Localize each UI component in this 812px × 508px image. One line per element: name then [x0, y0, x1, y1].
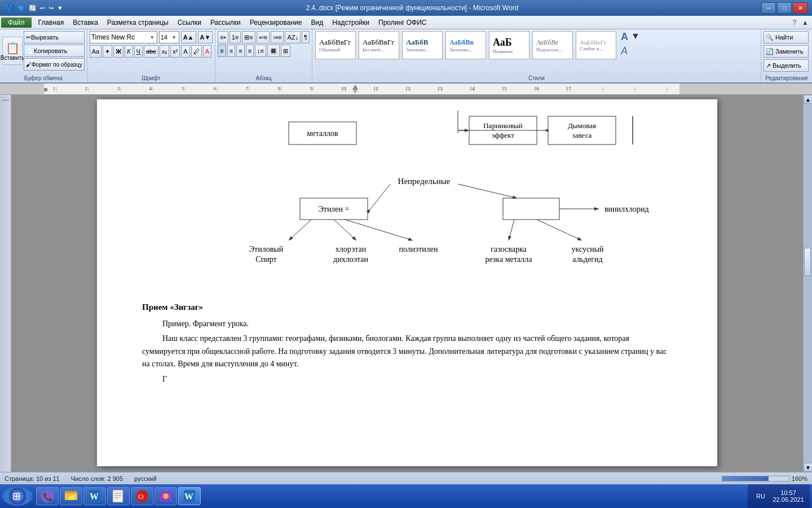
taskbar-viber[interactable]: 📞: [36, 487, 59, 505]
align-left-button[interactable]: ≡: [218, 45, 226, 57]
numbering-button[interactable]: 1≡: [230, 31, 241, 43]
sort-button[interactable]: AZ↓: [285, 31, 301, 43]
big-a-style[interactable]: A: [621, 31, 628, 43]
para1: Пример. Фрагмент урока.: [142, 318, 672, 330]
bold-button[interactable]: Ж: [113, 45, 123, 58]
para2: Наш класс представлен 3 группами: геогра…: [142, 332, 672, 370]
style-subtitle[interactable]: АаБбВе Подзаголо...: [532, 31, 573, 59]
taskbar-photo[interactable]: [155, 487, 177, 505]
style-nospace[interactable]: АаБбВвГг Без инте...: [359, 31, 399, 59]
svg-point-97: [163, 493, 169, 499]
diagram1-container: металлов Парниковый эффект Дымовая: [142, 105, 672, 161]
menu-page-layout[interactable]: Разметка страницы: [103, 17, 173, 28]
svg-text:O: O: [138, 492, 143, 501]
start-button[interactable]: ⊞: [2, 487, 33, 506]
select-button[interactable]: ↗ Выделить: [764, 59, 809, 72]
menu-review[interactable]: Рецензирование: [245, 17, 307, 28]
menu-addins[interactable]: Надстройки: [328, 17, 374, 28]
maximize-button[interactable]: □: [777, 2, 792, 14]
menu-proling[interactable]: Пролинг ОФИС: [374, 17, 431, 28]
subscript-button[interactable]: x₂: [160, 45, 170, 58]
taskbar: ⊞ 📞 📁 W O: [0, 484, 812, 508]
increase-font-button[interactable]: A▲: [181, 31, 196, 43]
align-center-button[interactable]: ≡: [227, 45, 235, 57]
menu-file[interactable]: Файл: [1, 17, 32, 28]
menu-home[interactable]: Главная: [34, 17, 69, 28]
taskbar-notepad[interactable]: [107, 487, 130, 505]
italic-button[interactable]: К: [125, 45, 133, 58]
ribbon-collapse-icon[interactable]: ▲: [800, 19, 811, 27]
vertical-scrollbar[interactable]: ▲ ▼: [803, 95, 812, 472]
replace-button[interactable]: 🔄 Заменить: [764, 45, 809, 58]
line-spacing-button[interactable]: ↕≡: [255, 45, 266, 57]
superscript-button[interactable]: x²: [170, 45, 180, 58]
styles-dropdown-button[interactable]: ▼: [631, 31, 640, 41]
style-weak[interactable]: АаБбВеГг Слабое в...: [576, 31, 616, 59]
menu-insert[interactable]: Вставка: [68, 17, 103, 28]
decrease-indent-button[interactable]: ⇐≡: [257, 31, 270, 43]
svg-text:6: 6: [214, 86, 217, 91]
svg-rect-62: [503, 198, 559, 220]
help-icon[interactable]: ?: [789, 19, 800, 27]
clipboard-group: 📋Вставить ✂ Вырезать 📄 Копировать 🖌 Форм…: [0, 29, 87, 82]
svg-text:14: 14: [470, 86, 475, 91]
style-normal[interactable]: АаБбВвГг Обычный: [315, 31, 356, 59]
format-painter-button[interactable]: 🖌 Формат по образцу: [24, 58, 85, 71]
scroll-up-button[interactable]: ▲: [804, 95, 812, 104]
style-heading1[interactable]: АаБбВ Заголово...: [402, 31, 443, 59]
svg-line-70: [509, 220, 514, 240]
menu-references[interactable]: Ссылки: [173, 17, 206, 28]
svg-line-63: [370, 184, 390, 209]
left-panel: │: [0, 95, 11, 472]
change-case-button[interactable]: Aa: [90, 45, 102, 58]
scroll-track[interactable]: [804, 104, 812, 463]
align-right-button[interactable]: ≡: [236, 45, 244, 57]
style-heading2[interactable]: АаБбВв Заголово...: [445, 31, 486, 59]
word-count: Число слов: 2 905: [71, 475, 123, 482]
font-group: Times New Rc ▼ 14 ▼ A▲ A▼ Aa ✦ Ж К Ч аbc…: [87, 29, 216, 82]
font-name-combo[interactable]: Times New Rc ▼: [90, 31, 157, 43]
svg-text:W: W: [90, 492, 99, 501]
language-indicator-taskbar[interactable]: RU: [752, 493, 769, 500]
scroll-thumb[interactable]: [804, 248, 811, 276]
font-color-button[interactable]: A: [203, 45, 211, 58]
editing-label: Редактирование: [761, 75, 812, 81]
highlight-button[interactable]: 🖊: [191, 45, 202, 58]
taskbar-word[interactable]: W: [83, 487, 106, 505]
svg-text:эффект: эффект: [492, 131, 514, 139]
minimize-button[interactable]: ─: [761, 2, 776, 14]
clear-format-button[interactable]: ✦: [103, 45, 112, 58]
styles-label: Стили: [312, 75, 761, 81]
zoom-fill: [722, 476, 769, 481]
menu-mailings[interactable]: Рассылки: [206, 17, 245, 28]
shading-button[interactable]: 🔳: [267, 45, 280, 57]
decrease-font-button[interactable]: A▼: [198, 31, 213, 43]
taskbar-opera[interactable]: O: [131, 487, 153, 505]
show-formatting-button[interactable]: ¶: [302, 31, 310, 43]
borders-button[interactable]: ⊞: [281, 45, 290, 57]
close-button[interactable]: ✕: [793, 2, 807, 14]
bullets-button[interactable]: ≡•: [218, 31, 228, 43]
cut-button[interactable]: ✂ Вырезать: [24, 31, 85, 43]
justify-button[interactable]: ≡: [246, 45, 254, 57]
font-size-combo[interactable]: 14 ▼: [159, 31, 179, 43]
strikethrough-button[interactable]: аbc: [144, 45, 158, 58]
find-button[interactable]: 🔍 Найти: [764, 31, 809, 43]
menu-bar: Файл Главная Вставка Разметка страницы С…: [0, 16, 812, 29]
paste-button[interactable]: 📋Вставить: [2, 37, 23, 65]
taskbar-explorer[interactable]: 📁: [60, 487, 82, 505]
scroll-down-button[interactable]: ▼: [804, 463, 812, 472]
copy-button[interactable]: 📄 Копировать: [24, 45, 85, 57]
text-effect-button[interactable]: A: [181, 45, 189, 58]
vertical-ruler-icon[interactable]: │: [2, 98, 8, 102]
taskbar-word2[interactable]: W: [178, 487, 201, 505]
zoom-slider[interactable]: [722, 476, 789, 481]
svg-text:13: 13: [438, 86, 443, 91]
underline-button[interactable]: Ч: [134, 45, 143, 58]
big-a-italic-style[interactable]: A: [621, 45, 628, 57]
multilevel-list-button[interactable]: ⊞≡: [242, 31, 255, 43]
menu-view[interactable]: Вид: [306, 17, 328, 28]
style-title[interactable]: АаБ Название: [489, 31, 529, 59]
svg-text:📁: 📁: [68, 492, 76, 501]
increase-indent-button[interactable]: ⇒≡: [271, 31, 284, 43]
